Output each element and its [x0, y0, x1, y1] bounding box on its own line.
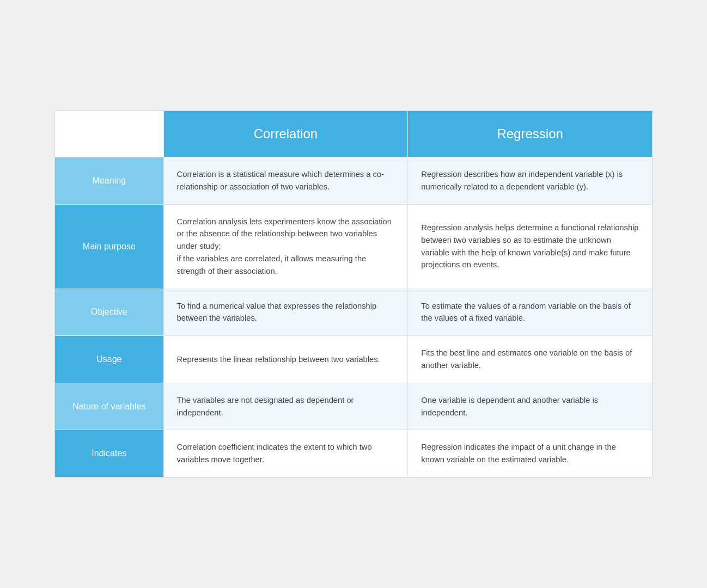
row-label-usage: Usage [55, 336, 164, 383]
table-row-main-purpose: Main purposeCorrelation analysis lets ex… [55, 204, 653, 289]
row-label-nature: Nature of variables [55, 383, 164, 430]
table-row-nature: Nature of variablesThe variables are not… [55, 383, 653, 430]
row-col1-objective: To find a numerical value that expresses… [163, 289, 408, 336]
table-row-meaning: MeaningCorrelation is a statistical meas… [55, 157, 653, 204]
row-col2-objective: To estimate the values of a random varia… [408, 289, 653, 336]
table: Correlation Regression MeaningCorrelatio… [54, 111, 653, 477]
row-col1-usage: Represents the linear relationship betwe… [163, 336, 408, 383]
row-label-meaning: Meaning [55, 157, 164, 204]
row-col1-indicates: Correlation coefficient indicates the ex… [163, 430, 408, 477]
header-regression: Regression [408, 111, 653, 157]
comparison-table: Correlation Regression MeaningCorrelatio… [54, 110, 653, 478]
header-correlation: Correlation [163, 111, 408, 157]
header-row: Correlation Regression [55, 111, 653, 157]
row-col1-meaning: Correlation is a statistical measure whi… [163, 157, 408, 204]
row-col2-indicates: Regression indicates the impact of a uni… [408, 430, 653, 477]
table-body: MeaningCorrelation is a statistical meas… [55, 157, 653, 477]
table-row-objective: ObjectiveTo find a numerical value that … [55, 289, 653, 336]
table-row-usage: UsageRepresents the linear relationship … [55, 336, 653, 383]
row-col2-usage: Fits the best line and estimates one var… [408, 336, 653, 383]
row-col2-nature: One variable is dependent and another va… [408, 383, 653, 430]
row-col2-main-purpose: Regression analysis helps determine a fu… [408, 204, 653, 289]
row-col1-nature: The variables are not designated as depe… [163, 383, 408, 430]
row-label-indicates: Indicates [55, 430, 164, 477]
header-empty-cell [55, 111, 164, 157]
row-label-main-purpose: Main purpose [55, 204, 164, 289]
row-col1-main-purpose: Correlation analysis lets experimenters … [163, 204, 408, 289]
table-row-indicates: IndicatesCorrelation coefficient indicat… [55, 430, 653, 477]
row-label-objective: Objective [55, 289, 164, 336]
row-col2-meaning: Regression describes how an independent … [408, 157, 653, 204]
